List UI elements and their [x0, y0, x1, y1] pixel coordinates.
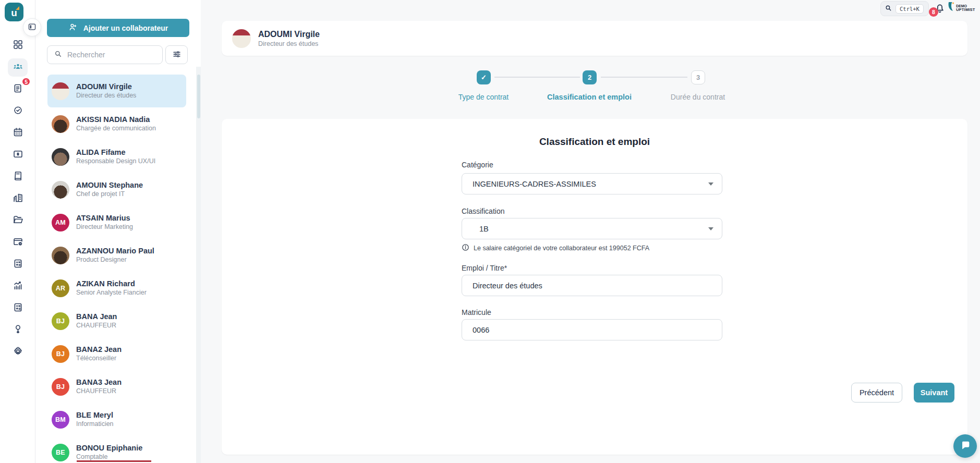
notification-count-badge: 8	[929, 7, 938, 17]
collaborator-list: ADOUMI VirgileDirecteur des étudesAKISSI…	[47, 75, 186, 463]
collaborator-role: Téléconseiller	[76, 354, 122, 363]
salary-info-text: Le salaire catégoriel de votre collabora…	[474, 245, 649, 252]
step-2-label[interactable]: Classification et emploi	[527, 93, 652, 101]
collaborator-name: ALIDA Fifame	[76, 148, 155, 157]
collaborator-name: BANA Jean	[76, 312, 117, 321]
list-item-collaborator[interactable]: AMOUIN StephaneChef de projet IT	[47, 173, 186, 206]
collaborator-name: ATSAIN Marius	[76, 213, 133, 223]
matricule-input[interactable]: 0066	[462, 319, 722, 340]
notification-badge: 5	[21, 77, 31, 86]
collaborator-name: AZANNOU Mario Paul	[76, 246, 154, 255]
next-button[interactable]: Suivant	[914, 383, 954, 403]
search-input[interactable]	[67, 51, 156, 59]
categorie-select[interactable]: INGENIEURS-CADRES-ASSIMILES	[462, 173, 722, 194]
sidebar-item-dashboard[interactable]	[8, 36, 28, 55]
book-icon	[13, 170, 23, 184]
list-item-collaborator[interactable]: AMATSAIN MariusDirecteur Marketing	[47, 206, 186, 239]
filter-button[interactable]	[165, 45, 188, 64]
avatar: BJ	[52, 312, 69, 330]
collaborator-name: BANA2 Jean	[76, 345, 122, 354]
avatar	[52, 115, 69, 133]
previous-button[interactable]: Précédent	[851, 383, 902, 403]
collaborator-name: AKISSI NADIA Nadia	[76, 115, 156, 124]
list-scrollbar-track	[196, 67, 201, 463]
sidebar-item-company[interactable]	[8, 190, 28, 208]
step-3-indicator[interactable]: 3	[691, 70, 705, 84]
emploi-input[interactable]: Directeur des études	[462, 275, 722, 296]
avatar: BJ	[52, 378, 69, 396]
collaborator-role: Directeur des études	[76, 91, 136, 100]
brand-mark-icon	[948, 2, 955, 14]
sidebar-item-card-settings[interactable]	[8, 234, 28, 252]
sidebar-item-collaborators[interactable]	[8, 58, 28, 77]
salary-info: Le salaire catégoriel de votre collabora…	[462, 243, 649, 253]
sidebar-item-requests[interactable]: 5	[8, 80, 28, 99]
list-item-collaborator[interactable]: BJBANA3 JeanCHAUFFEUR	[47, 370, 186, 403]
sidebar-item-files[interactable]	[8, 212, 28, 230]
step-2-indicator[interactable]: 2	[583, 70, 597, 84]
rosette-check-icon	[13, 105, 23, 118]
avatar	[52, 148, 69, 166]
sidebar-item-settings[interactable]	[8, 343, 28, 361]
global-search-button[interactable]: Ctrl+K	[880, 1, 929, 16]
list-item-collaborator[interactable]: ALIDA FifameResponsable Design UX/UI	[47, 140, 186, 173]
app-root: u 5 Ajouter un collaborateur	[0, 0, 980, 463]
sidebar-item-analytics[interactable]	[8, 277, 28, 296]
step-3-label[interactable]: Durée du contrat	[635, 93, 760, 101]
list-item-collaborator[interactable]: AZANNOU Mario PaulProduct Designer	[47, 239, 186, 272]
add-collaborator-button[interactable]: Ajouter un collaborateur	[47, 19, 189, 37]
collaborator-name: ADOUMI Virgile	[258, 29, 320, 40]
collaborator-name: AMOUIN Stephane	[76, 180, 143, 190]
panel-left-icon	[28, 22, 37, 33]
grid-icon	[13, 39, 23, 52]
list-item-collaborator[interactable]: ARAZIKAN RichardSenior Analyste Fiancier	[47, 272, 186, 304]
list-item-collaborator[interactable]: BEBONOU EpiphanieComptable	[47, 436, 186, 463]
collaborator-name: BANA3 Jean	[76, 377, 122, 387]
collaborator-role: Directeur des études	[258, 40, 320, 47]
collaborator-role: Directeur Marketing	[76, 223, 133, 231]
app-logo[interactable]: u	[5, 3, 23, 21]
collaborator-search	[47, 45, 163, 64]
list-item-collaborator[interactable]: BJBANA JeanCHAUFFEUR	[47, 304, 186, 337]
avatar	[52, 82, 69, 100]
classification-form-card: Classification et emploi Catégorie INGEN…	[222, 119, 967, 455]
calculator-icon	[13, 258, 23, 271]
clipboard-icon	[13, 83, 23, 96]
avatar: AM	[52, 214, 69, 231]
chevron-down-icon	[708, 182, 713, 186]
sidebar-item-calculator[interactable]	[8, 255, 28, 274]
avatar: BE	[52, 444, 69, 461]
card-dollar-icon	[13, 149, 23, 162]
company-brand: DEMO UPTIMIST	[948, 2, 975, 14]
collaborator-name: BONOU Epiphanie	[76, 443, 142, 453]
calculator-icon	[13, 302, 23, 315]
main-area: Ctrl+K 8 DEMO UPTIMIST	[201, 0, 980, 463]
collaborator-role: Chargée de communication	[76, 124, 156, 133]
list-item-collaborator[interactable]: AKISSI NADIA NadiaChargée de communicati…	[47, 107, 186, 140]
building-icon	[13, 192, 23, 205]
sidebar-item-rewards[interactable]	[8, 321, 28, 339]
sidebar-item-calendar[interactable]	[8, 124, 28, 142]
calendar-icon	[13, 127, 23, 140]
list-item-collaborator[interactable]: BJBANA2 JeanTéléconseiller	[47, 337, 186, 370]
list-scrollbar-thumb[interactable]	[197, 75, 200, 118]
chevron-down-icon	[708, 227, 713, 230]
sidebar-item-payroll[interactable]	[8, 146, 28, 164]
gear-icon	[13, 346, 23, 359]
list-item-collaborator[interactable]: BMBLE MerylInformaticien	[47, 403, 186, 436]
chat-bubble-icon	[960, 440, 971, 453]
sidebar-item-documents[interactable]	[8, 168, 28, 186]
brand-line-2: UPTIMIST	[956, 8, 975, 12]
collaborator-role: Product Designer	[76, 255, 154, 264]
classification-select[interactable]: 1B	[462, 218, 722, 239]
sidebar-item-badges[interactable]	[8, 102, 28, 120]
step-1-indicator[interactable]: ✓	[477, 70, 491, 84]
step-connector	[494, 77, 580, 78]
avatar	[52, 181, 69, 199]
search-icon	[885, 4, 892, 14]
sidebar-item-simulator[interactable]	[8, 299, 28, 318]
collaborator-role: Senior Analyste Fiancier	[76, 288, 147, 297]
list-item-collaborator[interactable]: ADOUMI VirgileDirecteur des études	[47, 75, 186, 107]
sidebar-collapse-button[interactable]	[23, 18, 41, 36]
chat-widget-button[interactable]	[953, 434, 977, 458]
